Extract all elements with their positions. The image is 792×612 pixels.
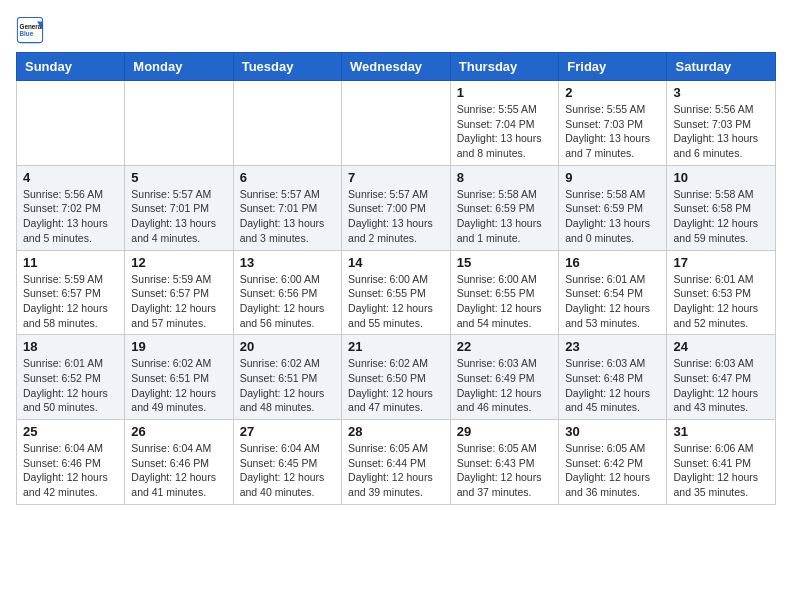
calendar-cell: 20Sunrise: 6:02 AM Sunset: 6:51 PM Dayli… [233, 335, 341, 420]
day-number: 29 [457, 424, 553, 439]
day-number: 13 [240, 255, 335, 270]
day-number: 14 [348, 255, 444, 270]
day-number: 21 [348, 339, 444, 354]
day-number: 27 [240, 424, 335, 439]
day-info: Sunrise: 6:02 AM Sunset: 6:51 PM Dayligh… [131, 356, 226, 415]
day-info: Sunrise: 6:03 AM Sunset: 6:49 PM Dayligh… [457, 356, 553, 415]
logo: General Blue [16, 16, 48, 44]
day-info: Sunrise: 5:58 AM Sunset: 6:59 PM Dayligh… [457, 187, 553, 246]
calendar-cell: 16Sunrise: 6:01 AM Sunset: 6:54 PM Dayli… [559, 250, 667, 335]
calendar-cell: 22Sunrise: 6:03 AM Sunset: 6:49 PM Dayli… [450, 335, 559, 420]
day-number: 1 [457, 85, 553, 100]
day-number: 28 [348, 424, 444, 439]
header: General Blue [16, 16, 776, 44]
svg-text:Blue: Blue [20, 30, 34, 37]
calendar-cell: 21Sunrise: 6:02 AM Sunset: 6:50 PM Dayli… [342, 335, 451, 420]
weekday-header-tuesday: Tuesday [233, 53, 341, 81]
calendar-cell: 30Sunrise: 6:05 AM Sunset: 6:42 PM Dayli… [559, 420, 667, 505]
day-number: 26 [131, 424, 226, 439]
calendar-cell: 7Sunrise: 5:57 AM Sunset: 7:00 PM Daylig… [342, 165, 451, 250]
day-info: Sunrise: 6:04 AM Sunset: 6:46 PM Dayligh… [131, 441, 226, 500]
day-info: Sunrise: 5:58 AM Sunset: 6:58 PM Dayligh… [673, 187, 769, 246]
day-info: Sunrise: 6:00 AM Sunset: 6:55 PM Dayligh… [457, 272, 553, 331]
calendar-cell [125, 81, 233, 166]
day-number: 5 [131, 170, 226, 185]
calendar-cell: 29Sunrise: 6:05 AM Sunset: 6:43 PM Dayli… [450, 420, 559, 505]
weekday-header-monday: Monday [125, 53, 233, 81]
day-number: 15 [457, 255, 553, 270]
day-number: 6 [240, 170, 335, 185]
day-number: 8 [457, 170, 553, 185]
weekday-header-row: SundayMondayTuesdayWednesdayThursdayFrid… [17, 53, 776, 81]
day-info: Sunrise: 6:06 AM Sunset: 6:41 PM Dayligh… [673, 441, 769, 500]
calendar-cell: 5Sunrise: 5:57 AM Sunset: 7:01 PM Daylig… [125, 165, 233, 250]
day-info: Sunrise: 6:04 AM Sunset: 6:45 PM Dayligh… [240, 441, 335, 500]
day-info: Sunrise: 5:55 AM Sunset: 7:04 PM Dayligh… [457, 102, 553, 161]
calendar-cell: 13Sunrise: 6:00 AM Sunset: 6:56 PM Dayli… [233, 250, 341, 335]
logo-icon: General Blue [16, 16, 44, 44]
week-row-4: 18Sunrise: 6:01 AM Sunset: 6:52 PM Dayli… [17, 335, 776, 420]
calendar-cell: 27Sunrise: 6:04 AM Sunset: 6:45 PM Dayli… [233, 420, 341, 505]
calendar-cell: 1Sunrise: 5:55 AM Sunset: 7:04 PM Daylig… [450, 81, 559, 166]
calendar-cell: 18Sunrise: 6:01 AM Sunset: 6:52 PM Dayli… [17, 335, 125, 420]
calendar-cell: 25Sunrise: 6:04 AM Sunset: 6:46 PM Dayli… [17, 420, 125, 505]
day-info: Sunrise: 6:01 AM Sunset: 6:54 PM Dayligh… [565, 272, 660, 331]
calendar-cell: 23Sunrise: 6:03 AM Sunset: 6:48 PM Dayli… [559, 335, 667, 420]
calendar-cell: 4Sunrise: 5:56 AM Sunset: 7:02 PM Daylig… [17, 165, 125, 250]
calendar-cell: 14Sunrise: 6:00 AM Sunset: 6:55 PM Dayli… [342, 250, 451, 335]
day-info: Sunrise: 6:02 AM Sunset: 6:51 PM Dayligh… [240, 356, 335, 415]
day-info: Sunrise: 6:05 AM Sunset: 6:42 PM Dayligh… [565, 441, 660, 500]
day-number: 11 [23, 255, 118, 270]
day-info: Sunrise: 5:58 AM Sunset: 6:59 PM Dayligh… [565, 187, 660, 246]
day-info: Sunrise: 6:02 AM Sunset: 6:50 PM Dayligh… [348, 356, 444, 415]
day-info: Sunrise: 5:57 AM Sunset: 7:00 PM Dayligh… [348, 187, 444, 246]
day-info: Sunrise: 5:57 AM Sunset: 7:01 PM Dayligh… [131, 187, 226, 246]
week-row-5: 25Sunrise: 6:04 AM Sunset: 6:46 PM Dayli… [17, 420, 776, 505]
day-number: 12 [131, 255, 226, 270]
day-number: 19 [131, 339, 226, 354]
calendar-cell [233, 81, 341, 166]
day-info: Sunrise: 5:55 AM Sunset: 7:03 PM Dayligh… [565, 102, 660, 161]
day-number: 10 [673, 170, 769, 185]
day-number: 31 [673, 424, 769, 439]
day-info: Sunrise: 5:57 AM Sunset: 7:01 PM Dayligh… [240, 187, 335, 246]
weekday-header-saturday: Saturday [667, 53, 776, 81]
day-number: 3 [673, 85, 769, 100]
day-number: 23 [565, 339, 660, 354]
day-number: 16 [565, 255, 660, 270]
week-row-1: 1Sunrise: 5:55 AM Sunset: 7:04 PM Daylig… [17, 81, 776, 166]
day-number: 22 [457, 339, 553, 354]
day-number: 25 [23, 424, 118, 439]
calendar-cell: 3Sunrise: 5:56 AM Sunset: 7:03 PM Daylig… [667, 81, 776, 166]
calendar-cell: 6Sunrise: 5:57 AM Sunset: 7:01 PM Daylig… [233, 165, 341, 250]
day-number: 18 [23, 339, 118, 354]
week-row-3: 11Sunrise: 5:59 AM Sunset: 6:57 PM Dayli… [17, 250, 776, 335]
day-number: 7 [348, 170, 444, 185]
calendar-cell: 15Sunrise: 6:00 AM Sunset: 6:55 PM Dayli… [450, 250, 559, 335]
day-info: Sunrise: 6:04 AM Sunset: 6:46 PM Dayligh… [23, 441, 118, 500]
day-info: Sunrise: 6:00 AM Sunset: 6:56 PM Dayligh… [240, 272, 335, 331]
calendar-cell: 9Sunrise: 5:58 AM Sunset: 6:59 PM Daylig… [559, 165, 667, 250]
day-number: 4 [23, 170, 118, 185]
calendar-cell: 10Sunrise: 5:58 AM Sunset: 6:58 PM Dayli… [667, 165, 776, 250]
weekday-header-sunday: Sunday [17, 53, 125, 81]
calendar-cell: 31Sunrise: 6:06 AM Sunset: 6:41 PM Dayli… [667, 420, 776, 505]
day-info: Sunrise: 6:03 AM Sunset: 6:48 PM Dayligh… [565, 356, 660, 415]
calendar-cell: 26Sunrise: 6:04 AM Sunset: 6:46 PM Dayli… [125, 420, 233, 505]
day-number: 2 [565, 85, 660, 100]
calendar-table: SundayMondayTuesdayWednesdayThursdayFrid… [16, 52, 776, 505]
day-number: 24 [673, 339, 769, 354]
day-number: 17 [673, 255, 769, 270]
calendar-cell: 11Sunrise: 5:59 AM Sunset: 6:57 PM Dayli… [17, 250, 125, 335]
day-info: Sunrise: 5:59 AM Sunset: 6:57 PM Dayligh… [131, 272, 226, 331]
day-info: Sunrise: 6:03 AM Sunset: 6:47 PM Dayligh… [673, 356, 769, 415]
calendar-cell: 28Sunrise: 6:05 AM Sunset: 6:44 PM Dayli… [342, 420, 451, 505]
day-info: Sunrise: 6:05 AM Sunset: 6:44 PM Dayligh… [348, 441, 444, 500]
day-info: Sunrise: 6:01 AM Sunset: 6:53 PM Dayligh… [673, 272, 769, 331]
calendar-cell: 19Sunrise: 6:02 AM Sunset: 6:51 PM Dayli… [125, 335, 233, 420]
calendar-cell: 2Sunrise: 5:55 AM Sunset: 7:03 PM Daylig… [559, 81, 667, 166]
week-row-2: 4Sunrise: 5:56 AM Sunset: 7:02 PM Daylig… [17, 165, 776, 250]
weekday-header-thursday: Thursday [450, 53, 559, 81]
calendar-cell: 8Sunrise: 5:58 AM Sunset: 6:59 PM Daylig… [450, 165, 559, 250]
day-info: Sunrise: 5:56 AM Sunset: 7:02 PM Dayligh… [23, 187, 118, 246]
